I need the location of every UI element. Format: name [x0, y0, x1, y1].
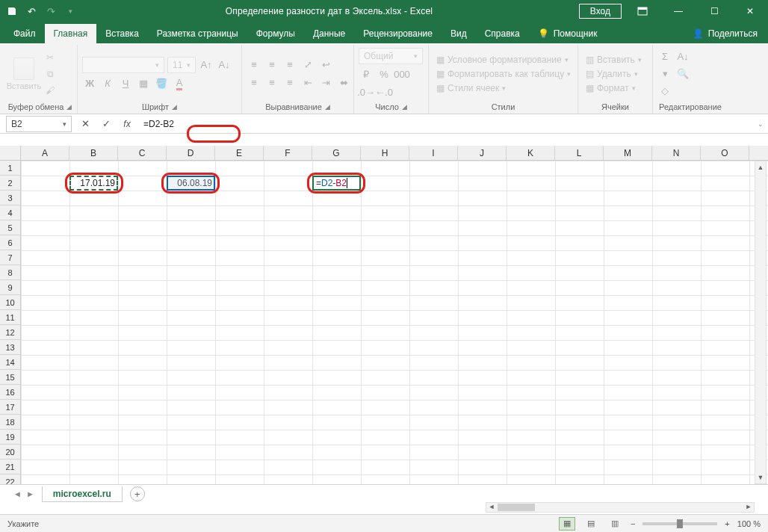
align-bottom-icon[interactable]: ≡ — [282, 58, 297, 72]
cell-g2-editing[interactable]: =D2-B2 — [312, 176, 361, 191]
zoom-slider[interactable] — [642, 522, 717, 525]
format-cells-button[interactable]: ▦Формат▾ — [583, 82, 645, 94]
row-header[interactable]: 13 — [0, 340, 20, 355]
col-header[interactable]: E — [215, 146, 264, 160]
cancel-formula-button[interactable]: ✕ — [75, 115, 96, 133]
copy-icon[interactable]: ⧉ — [43, 67, 57, 81]
tab-home[interactable]: Главная — [45, 24, 97, 43]
format-painter-icon[interactable]: 🖌 — [43, 84, 57, 97]
clear-icon[interactable]: ◇ — [657, 84, 672, 99]
col-header[interactable]: A — [21, 146, 69, 160]
col-header[interactable]: J — [458, 146, 507, 160]
row-header[interactable]: 14 — [0, 355, 20, 370]
font-name-combo[interactable]: ▾ — [82, 57, 164, 73]
align-center-icon[interactable]: ≡ — [264, 75, 279, 90]
format-as-table-button[interactable]: ▦Форматировать как таблицу▾ — [433, 68, 574, 80]
tab-file[interactable]: Файл — [4, 24, 45, 43]
sheet-tab-active[interactable]: microexcel.ru — [42, 486, 123, 502]
row-header[interactable]: 3 — [0, 191, 20, 205]
tab-view[interactable]: Вид — [442, 24, 476, 43]
zoom-out-button[interactable]: − — [631, 519, 635, 528]
tab-formulas[interactable]: Формулы — [247, 24, 304, 43]
delete-cells-button[interactable]: ▤Удалить▾ — [583, 68, 645, 80]
paste-button[interactable]: Вставить — [7, 58, 40, 90]
qat-customize-icon[interactable]: ▾ — [61, 2, 79, 20]
row-header[interactable]: 16 — [0, 385, 20, 400]
align-middle-icon[interactable]: ≡ — [264, 58, 279, 72]
scroll-down-icon[interactable]: ▼ — [755, 471, 766, 483]
percent-icon[interactable]: % — [377, 67, 391, 82]
name-box-dropdown-icon[interactable]: ▾ — [63, 120, 66, 128]
col-header[interactable]: O — [701, 146, 749, 160]
fill-icon[interactable]: ▾ — [657, 66, 672, 81]
close-button[interactable]: ✕ — [735, 2, 765, 20]
cells-area[interactable]: 17.01.19 06.08.19 =D2-B2 — [21, 161, 768, 514]
col-header[interactable]: G — [312, 146, 361, 160]
row-header[interactable]: 11 — [0, 310, 20, 325]
scroll-up-icon[interactable]: ▲ — [755, 161, 766, 173]
cell-styles-button[interactable]: ▦Стили ячеек▾ — [433, 82, 574, 94]
horizontal-scrollbar[interactable]: ◄► — [486, 502, 755, 513]
signin-button[interactable]: Вход — [579, 4, 622, 19]
zoom-in-button[interactable]: + — [725, 519, 729, 528]
insert-cells-button[interactable]: ▥Вставить▾ — [583, 54, 645, 66]
undo-icon[interactable]: ↶ — [22, 2, 40, 20]
row-header[interactable]: 6 — [0, 235, 20, 250]
font-size-combo[interactable]: 11▾ — [167, 57, 196, 73]
align-top-icon[interactable]: ≡ — [247, 58, 261, 72]
autosum-icon[interactable]: Σ — [657, 49, 672, 64]
fill-color-icon[interactable]: 🪣 — [154, 76, 169, 91]
scroll-thumb[interactable] — [498, 504, 535, 511]
col-header[interactable]: I — [409, 146, 458, 160]
col-header[interactable]: L — [555, 146, 604, 160]
tab-data[interactable]: Данные — [304, 24, 354, 43]
number-format-combo[interactable]: Общий▾ — [359, 48, 423, 64]
number-launcher-icon[interactable]: ◢ — [402, 103, 407, 111]
formula-input[interactable]: =D2-B2 — [137, 116, 768, 132]
tab-tell-me[interactable]: 💡Помощник — [529, 24, 607, 43]
col-header[interactable]: H — [361, 146, 409, 160]
orientation-icon[interactable]: ⤢ — [300, 58, 315, 72]
sort-filter-icon[interactable]: A↓ — [675, 49, 690, 64]
bold-button[interactable]: Ж — [82, 76, 97, 91]
row-header[interactable]: 19 — [0, 430, 20, 445]
row-header[interactable]: 2 — [0, 176, 20, 191]
col-header[interactable]: B — [69, 146, 118, 160]
zoom-level[interactable]: 100 % — [737, 519, 761, 528]
align-left-icon[interactable]: ≡ — [247, 75, 261, 90]
tab-page-layout[interactable]: Разметка страницы — [148, 24, 247, 43]
row-header[interactable]: 4 — [0, 205, 20, 220]
currency-icon[interactable]: ₽ — [359, 67, 374, 82]
view-page-break-icon[interactable]: ▥ — [607, 517, 623, 531]
row-header[interactable]: 8 — [0, 265, 20, 280]
col-header[interactable]: D — [167, 146, 215, 160]
view-normal-icon[interactable]: ▦ — [559, 517, 575, 531]
sheet-next-icon[interactable]: ► — [26, 489, 34, 498]
save-icon[interactable] — [3, 2, 21, 20]
col-header[interactable]: C — [118, 146, 167, 160]
vertical-scrollbar[interactable]: ▲ ▼ — [755, 161, 767, 484]
alignment-launcher-icon[interactable]: ◢ — [325, 103, 330, 111]
row-header[interactable]: 18 — [0, 415, 20, 430]
scroll-left-icon[interactable]: ◄ — [486, 503, 497, 512]
row-header[interactable]: 9 — [0, 280, 20, 295]
sheet-prev-icon[interactable]: ◄ — [13, 489, 22, 498]
share-button[interactable]: 👤Поделиться — [682, 24, 768, 43]
row-header[interactable]: 17 — [0, 400, 20, 415]
ribbon-options-icon[interactable] — [628, 2, 657, 20]
increase-font-icon[interactable]: A↑ — [199, 58, 214, 72]
row-header[interactable]: 1 — [0, 161, 20, 176]
row-header[interactable]: 10 — [0, 295, 20, 310]
col-header[interactable]: F — [264, 146, 312, 160]
select-all-corner[interactable] — [0, 146, 21, 160]
col-header[interactable]: N — [652, 146, 701, 160]
expand-formula-bar-icon[interactable]: ⌄ — [758, 120, 764, 128]
row-header[interactable]: 5 — [0, 220, 20, 235]
row-header[interactable]: 12 — [0, 325, 20, 340]
comma-icon[interactable]: 000 — [394, 67, 409, 82]
sheet-nav[interactable]: ◄► — [6, 489, 42, 498]
underline-button[interactable]: Ч — [118, 76, 133, 91]
decrease-decimal-icon[interactable]: ←.0 — [377, 85, 391, 100]
decrease-indent-icon[interactable]: ⇤ — [300, 75, 315, 90]
view-page-layout-icon[interactable]: ▤ — [583, 517, 599, 531]
